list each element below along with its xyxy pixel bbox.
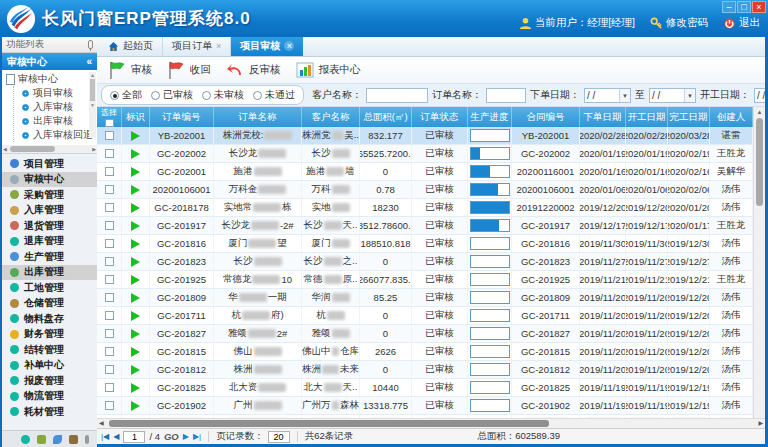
page-number-input[interactable] xyxy=(123,431,145,443)
row-checkbox[interactable] xyxy=(105,293,114,302)
table-row[interactable]: GC-201917长沙龙-2#长沙天..8512.78600..已审核GC-20… xyxy=(97,217,753,235)
close-button[interactable]: × xyxy=(752,1,766,13)
row-checkbox[interactable] xyxy=(105,167,114,176)
tree-root-node[interactable]: 审核中心 xyxy=(6,72,97,86)
sidebar-item-5[interactable]: 退库管理 xyxy=(2,234,97,250)
column-header-9[interactable]: 下单日期 xyxy=(580,107,626,127)
sidebar-item-15[interactable]: 物流管理 xyxy=(2,389,97,405)
tree-item-2[interactable]: 出库审核 xyxy=(14,114,97,128)
toolbar-button-审核[interactable]: 审核 xyxy=(107,60,152,80)
order-date-from-input[interactable]: / /▼ xyxy=(584,88,631,103)
radio-dot-icon[interactable] xyxy=(151,91,160,100)
sidebar-item-2[interactable]: 采购管理 xyxy=(2,187,97,203)
sidebar-item-9[interactable]: 仓储管理 xyxy=(2,296,97,312)
tree-item-3[interactable]: 入库审核回退 xyxy=(14,128,97,142)
table-row[interactable]: GC-201815佛山佛山中仓库2626已审核GC-2018152019/11/… xyxy=(97,343,753,361)
sidebar-item-16[interactable]: 耗材管理 xyxy=(2,404,97,420)
table-row[interactable]: GC-202002长沙龙长沙65525.7200..已审核GC-20200220… xyxy=(97,145,753,163)
select-all-checkbox[interactable] xyxy=(105,119,114,127)
table-row[interactable]: GC-201827雅颂2#雅颂0已审核GC-2018272019/11/2020… xyxy=(97,325,753,343)
sidebar-item-0[interactable]: 项目管理 xyxy=(2,156,97,172)
radio-未通过[interactable]: 未通过 xyxy=(253,88,295,102)
row-checkbox[interactable] xyxy=(105,131,114,140)
tree-item-1[interactable]: 入库审核 xyxy=(14,100,97,114)
table-row[interactable]: GC-201812株洲株洲未来0已审核GC-2018122019/11/2020… xyxy=(97,361,753,379)
sidebar-item-10[interactable]: 物料盘存 xyxy=(2,311,97,327)
sidebar-item-13[interactable]: 补单中心 xyxy=(2,358,97,374)
column-header-12[interactable]: 创建人 xyxy=(710,107,753,127)
radio-未审核[interactable]: 未审核 xyxy=(202,88,244,102)
row-checkbox[interactable] xyxy=(105,329,114,338)
table-row[interactable]: GC-201711杭府)杭0已审核GC-2017112019/11/202019… xyxy=(97,307,753,325)
change-password-button[interactable]: 修改密码 xyxy=(650,16,708,30)
row-checkbox[interactable] xyxy=(105,347,114,356)
row-checkbox[interactable] xyxy=(105,275,114,284)
table-row[interactable]: 20200106001万科金万科0.78已审核202001060012020/0… xyxy=(97,181,753,199)
scroll-right-icon[interactable]: ▶ xyxy=(92,145,96,153)
table-row[interactable]: GC-201825北大资北大天..10440已审核GC-2018252019/1… xyxy=(97,379,753,397)
close-tab-icon[interactable]: × xyxy=(284,41,294,51)
column-header-1[interactable]: 标识 xyxy=(122,107,150,127)
tab-项目审核[interactable]: 项目审核× xyxy=(231,36,303,56)
sidebar-item-11[interactable]: 财务管理 xyxy=(2,327,97,343)
prev-page-button[interactable]: ◀ xyxy=(113,432,119,441)
page-size-input[interactable] xyxy=(268,431,290,443)
pin-icon[interactable] xyxy=(88,40,93,49)
table-row[interactable]: GC-201809华一期华润85.25已审核GC-2018092019/11/2… xyxy=(97,289,753,307)
column-header-7[interactable]: 生产进度 xyxy=(468,107,512,127)
table-vertical-scrollbar[interactable]: ▲ xyxy=(753,107,765,418)
column-header-10[interactable]: 开工日期 xyxy=(626,107,668,127)
radio-dot-icon[interactable] xyxy=(253,91,262,100)
row-checkbox[interactable] xyxy=(105,257,114,266)
start-date-input[interactable]: / /▼ xyxy=(754,88,765,103)
maximize-button[interactable]: □ xyxy=(737,1,751,13)
toolbar-button-报表中心[interactable]: 报表中心 xyxy=(295,60,361,80)
row-checkbox[interactable] xyxy=(105,185,114,194)
scroll-right-icon[interactable]: ▶ xyxy=(758,419,763,428)
column-header-5[interactable]: 总面积(㎡) xyxy=(360,107,412,127)
sidebar-item-14[interactable]: 报废管理 xyxy=(2,373,97,389)
horizontal-scroll-thumb[interactable] xyxy=(109,420,549,427)
table-row[interactable]: GC-201902广州广州万森林13318.775已审核GC-201902201… xyxy=(97,397,753,415)
order-name-input[interactable] xyxy=(486,88,526,103)
logout-button[interactable]: 退出 xyxy=(723,16,760,30)
column-header-11[interactable]: 完工日期 xyxy=(668,107,710,127)
scroll-left-icon[interactable]: ◀ xyxy=(3,145,7,153)
sidebar-item-8[interactable]: 工地管理 xyxy=(2,280,97,296)
tab-起始页[interactable]: 起始页 xyxy=(99,36,163,56)
row-checkbox[interactable] xyxy=(105,203,114,212)
sidebar-item-1[interactable]: 审核中心 xyxy=(2,172,97,188)
order-date-to-input[interactable]: / /▼ xyxy=(649,88,696,103)
row-checkbox[interactable] xyxy=(105,149,114,158)
last-page-button[interactable]: ▶| xyxy=(193,432,201,441)
row-checkbox[interactable] xyxy=(105,365,114,374)
tab-项目订单[interactable]: 项目订单× xyxy=(163,36,231,56)
sidebar-item-7[interactable]: 出库管理 xyxy=(2,265,97,281)
module-dot-icon[interactable] xyxy=(21,435,30,444)
sidebar-item-4[interactable]: 退货管理 xyxy=(2,218,97,234)
table-row[interactable]: GC-2018178实地常栋实地18230已审核201912200022019/… xyxy=(97,199,753,217)
toolbar-button-收回[interactable]: 收回 xyxy=(166,60,211,80)
column-header-2[interactable]: 订单编号 xyxy=(150,107,214,127)
person-icon[interactable] xyxy=(69,435,78,444)
collapse-icon[interactable]: « xyxy=(86,56,92,67)
chevron-down-icon[interactable]: ▼ xyxy=(619,89,630,102)
radio-dot-icon[interactable] xyxy=(110,91,119,100)
table-row[interactable]: GC-201823长沙长沙之..0已审核GC-2018232019/11/272… xyxy=(97,253,753,271)
tree-vertical-scrollbar[interactable]: ▲▼ xyxy=(89,72,96,138)
sidebar-item-3[interactable]: 入库管理 xyxy=(2,203,97,219)
chevron-down-icon[interactable]: ▼ xyxy=(684,89,695,102)
next-page-button[interactable]: ▶ xyxy=(183,432,189,441)
row-checkbox[interactable] xyxy=(105,383,114,392)
column-header-3[interactable]: 订单名称 xyxy=(214,107,302,127)
radio-全部[interactable]: 全部 xyxy=(110,88,142,102)
table-row[interactable]: YB-202001株洲党校:株洲党吴..832.177已审核YB-2020012… xyxy=(97,127,753,145)
radio-dot-icon[interactable] xyxy=(202,91,211,100)
close-tab-icon[interactable]: × xyxy=(216,41,221,51)
radio-已审核[interactable]: 已审核 xyxy=(151,88,193,102)
table-row[interactable]: GC-201816厦门望厦门188510.818已审核GC-2018162019… xyxy=(97,235,753,253)
toolbar-button-反审核[interactable]: 反审核 xyxy=(225,60,281,80)
first-page-button[interactable]: |◀ xyxy=(101,432,109,441)
tree-horizontal-scrollbar[interactable]: ◀ ▶ xyxy=(2,145,97,153)
tree-item-0[interactable]: 项目审核 xyxy=(14,86,97,100)
